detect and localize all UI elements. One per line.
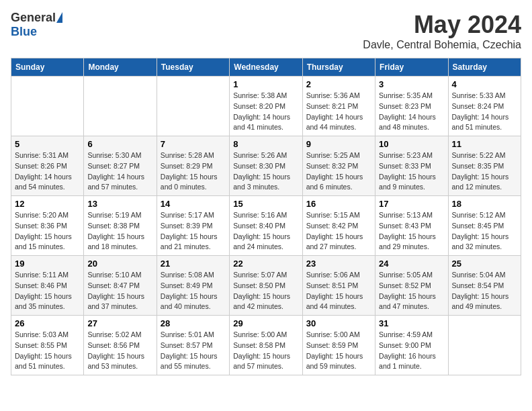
calendar-cell: 17Sunrise: 5:13 AMSunset: 8:43 PMDayligh… (375, 196, 448, 256)
calendar-cell: 21Sunrise: 5:08 AMSunset: 8:49 PMDayligh… (157, 256, 229, 316)
daylight-text: Daylight: 14 hours (233, 113, 290, 121)
day-info: Sunrise: 5:00 AMSunset: 8:58 PMDaylight:… (233, 330, 298, 372)
calendar-header-saturday: Saturday (448, 58, 521, 77)
daylight-text: Daylight: 15 hours (306, 173, 363, 181)
day-info: Sunrise: 5:11 AMSunset: 8:46 PMDaylight:… (15, 270, 80, 312)
daylight-text: and 15 minutes. (15, 242, 65, 250)
sunset-text: Sunset: 8:56 PM (87, 341, 140, 349)
calendar-cell: 28Sunrise: 5:01 AMSunset: 8:57 PMDayligh… (157, 316, 229, 375)
day-number: 23 (306, 259, 371, 269)
daylight-text: Daylight: 15 hours (161, 352, 218, 360)
sunrise-text: Sunrise: 5:12 AM (452, 211, 506, 219)
sunset-text: Sunset: 8:35 PM (452, 162, 504, 170)
daylight-text: Daylight: 15 hours (306, 232, 363, 240)
calendar-cell: 24Sunrise: 5:05 AMSunset: 8:52 PMDayligh… (375, 256, 448, 316)
day-number: 13 (87, 199, 152, 209)
day-info: Sunrise: 5:19 AMSunset: 8:38 PMDaylight:… (87, 210, 152, 253)
calendar-cell: 10Sunrise: 5:23 AMSunset: 8:33 PMDayligh… (375, 136, 448, 196)
sunrise-text: Sunrise: 5:25 AM (306, 151, 360, 159)
calendar-cell: 22Sunrise: 5:07 AMSunset: 8:50 PMDayligh… (230, 256, 302, 316)
day-info: Sunrise: 5:30 AMSunset: 8:27 PMDaylight:… (87, 150, 152, 193)
sunrise-text: Sunrise: 5:28 AM (161, 151, 214, 159)
calendar-cell: 8Sunrise: 5:26 AMSunset: 8:30 PMDaylight… (230, 136, 302, 196)
sunrise-text: Sunrise: 5:10 AM (87, 271, 141, 279)
daylight-text: and 0 minutes. (161, 183, 207, 191)
sunrise-text: Sunrise: 5:19 AM (87, 211, 141, 219)
sunrise-text: Sunrise: 5:11 AM (15, 271, 69, 279)
calendar-week-4: 19Sunrise: 5:11 AMSunset: 8:46 PMDayligh… (11, 256, 521, 316)
calendar-cell: 20Sunrise: 5:10 AMSunset: 8:47 PMDayligh… (84, 256, 157, 316)
day-info: Sunrise: 5:12 AMSunset: 8:45 PMDaylight:… (452, 210, 517, 253)
day-number: 20 (87, 259, 152, 269)
daylight-text: Daylight: 15 hours (379, 292, 436, 300)
calendar-header-monday: Monday (84, 58, 157, 77)
calendar-header-tuesday: Tuesday (157, 58, 229, 77)
calendar-cell: 27Sunrise: 5:02 AMSunset: 8:56 PMDayligh… (84, 316, 157, 375)
day-number: 25 (452, 259, 517, 269)
daylight-text: Daylight: 15 hours (161, 292, 218, 300)
sunrise-text: Sunrise: 5:20 AM (15, 211, 69, 219)
calendar-cell: 23Sunrise: 5:06 AMSunset: 8:51 PMDayligh… (302, 256, 375, 316)
title-section: May 2024 Davle, Central Bohemia, Czechia (363, 11, 521, 51)
sunset-text: Sunset: 8:23 PM (379, 102, 431, 110)
calendar-cell: 16Sunrise: 5:15 AMSunset: 8:42 PMDayligh… (302, 196, 375, 256)
calendar-header-sunday: Sunday (11, 58, 84, 77)
calendar-cell: 14Sunrise: 5:17 AMSunset: 8:39 PMDayligh… (157, 196, 229, 256)
daylight-text: and 18 minutes. (87, 242, 138, 250)
day-info: Sunrise: 5:10 AMSunset: 8:47 PMDaylight:… (87, 270, 152, 312)
sunrise-text: Sunrise: 5:17 AM (161, 211, 214, 219)
calendar-cell: 3Sunrise: 5:35 AMSunset: 8:23 PMDaylight… (375, 77, 448, 136)
day-info: Sunrise: 5:17 AMSunset: 8:39 PMDaylight:… (161, 210, 226, 253)
daylight-text: Daylight: 14 hours (15, 173, 72, 181)
calendar-cell (448, 316, 521, 375)
daylight-text: and 3 minutes. (233, 183, 279, 191)
day-number: 1 (233, 79, 298, 89)
daylight-text: and 49 minutes. (452, 302, 502, 310)
daylight-text: and 44 minutes. (306, 123, 357, 131)
daylight-text: and 51 minutes. (15, 362, 65, 370)
sunrise-text: Sunrise: 5:01 AM (161, 330, 214, 338)
logo-triangle-icon (56, 12, 62, 23)
sunset-text: Sunset: 8:46 PM (15, 281, 67, 289)
sunset-text: Sunset: 8:50 PM (233, 281, 285, 289)
calendar-week-5: 26Sunrise: 5:03 AMSunset: 8:55 PMDayligh… (11, 316, 521, 375)
calendar-cell: 7Sunrise: 5:28 AMSunset: 8:29 PMDaylight… (157, 136, 229, 196)
day-number: 5 (15, 139, 80, 149)
calendar-week-2: 5Sunrise: 5:31 AMSunset: 8:26 PMDaylight… (11, 136, 521, 196)
day-number: 15 (233, 199, 298, 209)
daylight-text: and 24 minutes. (233, 242, 283, 250)
day-info: Sunrise: 5:04 AMSunset: 8:54 PMDaylight:… (452, 270, 517, 312)
calendar-table: SundayMondayTuesdayWednesdayThursdayFrid… (11, 58, 521, 375)
daylight-text: Daylight: 15 hours (15, 292, 72, 300)
daylight-text: and 6 minutes. (306, 183, 353, 191)
sunset-text: Sunset: 8:21 PM (306, 102, 359, 110)
logo-blue-text: Blue (11, 25, 37, 38)
day-info: Sunrise: 5:07 AMSunset: 8:50 PMDaylight:… (233, 270, 298, 312)
day-info: Sunrise: 4:59 AMSunset: 9:00 PMDaylight:… (379, 330, 444, 372)
sunset-text: Sunset: 8:55 PM (15, 341, 67, 349)
sunset-text: Sunset: 8:58 PM (233, 341, 285, 349)
day-info: Sunrise: 5:16 AMSunset: 8:40 PMDaylight:… (233, 210, 298, 253)
sunset-text: Sunset: 8:32 PM (306, 162, 359, 170)
sunrise-text: Sunrise: 5:07 AM (233, 271, 287, 279)
sunrise-text: Sunrise: 5:35 AM (379, 91, 433, 99)
day-info: Sunrise: 5:25 AMSunset: 8:32 PMDaylight:… (306, 150, 371, 193)
day-number: 19 (15, 259, 80, 269)
sunset-text: Sunset: 8:51 PM (306, 281, 359, 289)
daylight-text: Daylight: 15 hours (233, 352, 290, 360)
daylight-text: Daylight: 15 hours (379, 173, 436, 181)
sunset-text: Sunset: 8:40 PM (233, 222, 285, 230)
daylight-text: Daylight: 15 hours (452, 173, 509, 181)
calendar-cell: 30Sunrise: 5:00 AMSunset: 8:59 PMDayligh… (302, 316, 375, 375)
day-number: 30 (306, 318, 371, 328)
daylight-text: Daylight: 15 hours (306, 352, 363, 360)
sunrise-text: Sunrise: 5:26 AM (233, 151, 287, 159)
calendar-cell: 13Sunrise: 5:19 AMSunset: 8:38 PMDayligh… (84, 196, 157, 256)
daylight-text: and 12 minutes. (452, 183, 502, 191)
sunset-text: Sunset: 8:43 PM (379, 222, 431, 230)
sunrise-text: Sunrise: 5:15 AM (306, 211, 360, 219)
day-number: 2 (306, 79, 371, 89)
daylight-text: Daylight: 15 hours (87, 352, 144, 360)
daylight-text: and 57 minutes. (233, 362, 283, 370)
sunset-text: Sunset: 8:33 PM (379, 162, 431, 170)
